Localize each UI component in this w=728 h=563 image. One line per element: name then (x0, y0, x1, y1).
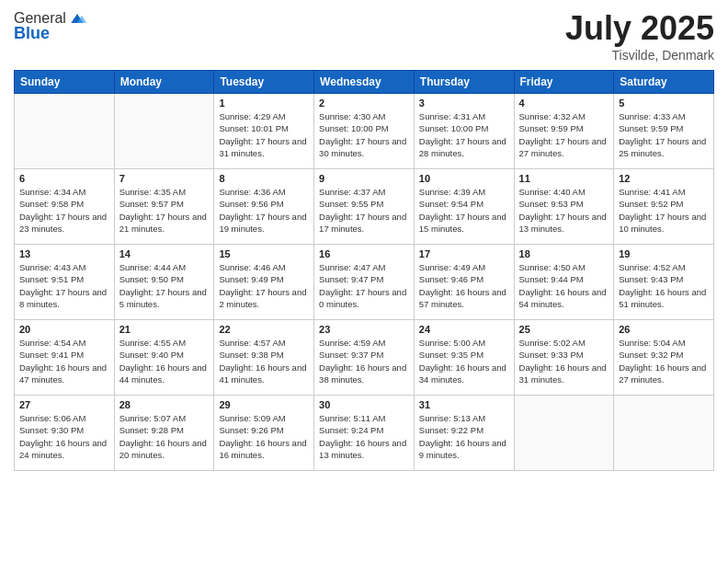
day-number: 3 (419, 98, 509, 109)
col-thursday: Thursday (414, 71, 514, 94)
day-info: Sunrise: 4:39 AMSunset: 9:54 PMDaylight:… (419, 186, 509, 235)
day-info: Sunrise: 4:40 AMSunset: 9:53 PMDaylight:… (519, 186, 609, 235)
day-info: Sunrise: 5:09 AMSunset: 9:26 PMDaylight:… (219, 412, 309, 461)
col-wednesday: Wednesday (314, 71, 415, 94)
day-number: 24 (419, 324, 509, 335)
calendar-cell: 3Sunrise: 4:31 AMSunset: 10:00 PMDayligh… (414, 94, 514, 169)
calendar-cell: 17Sunrise: 4:49 AMSunset: 9:46 PMDayligh… (414, 245, 514, 320)
day-number: 26 (619, 324, 709, 335)
day-number: 28 (119, 399, 210, 410)
calendar-cell (614, 396, 714, 471)
day-info: Sunrise: 4:44 AMSunset: 9:50 PMDaylight:… (119, 261, 210, 310)
calendar-cell (114, 94, 214, 169)
calendar-week-4: 20Sunrise: 4:54 AMSunset: 9:41 PMDayligh… (15, 320, 714, 396)
calendar-cell: 29Sunrise: 5:09 AMSunset: 9:26 PMDayligh… (214, 396, 314, 471)
day-info: Sunrise: 4:37 AMSunset: 9:55 PMDaylight:… (319, 186, 409, 235)
col-tuesday: Tuesday (214, 71, 314, 94)
day-number: 18 (519, 248, 609, 259)
day-number: 22 (219, 324, 309, 335)
calendar-cell (15, 94, 115, 169)
day-info: Sunrise: 5:00 AMSunset: 9:35 PMDaylight:… (419, 337, 509, 385)
day-info: Sunrise: 4:55 AMSunset: 9:40 PMDaylight:… (119, 337, 210, 385)
day-info: Sunrise: 4:57 AMSunset: 9:38 PMDaylight:… (219, 337, 309, 385)
calendar-week-3: 13Sunrise: 4:43 AMSunset: 9:51 PMDayligh… (15, 245, 714, 320)
calendar-cell: 28Sunrise: 5:07 AMSunset: 9:28 PMDayligh… (114, 396, 214, 471)
logo: General Blue (14, 9, 86, 43)
calendar: Sunday Monday Tuesday Wednesday Thursday… (14, 70, 714, 471)
day-info: Sunrise: 4:31 AMSunset: 10:00 PMDaylight… (419, 110, 509, 159)
calendar-cell: 2Sunrise: 4:30 AMSunset: 10:00 PMDayligh… (314, 94, 415, 169)
day-info: Sunrise: 4:50 AMSunset: 9:44 PMDaylight:… (519, 261, 609, 310)
calendar-cell: 7Sunrise: 4:35 AMSunset: 9:57 PMDaylight… (114, 169, 214, 245)
day-number: 9 (319, 173, 409, 184)
day-info: Sunrise: 4:34 AMSunset: 9:58 PMDaylight:… (19, 186, 109, 235)
day-number: 5 (619, 98, 709, 109)
calendar-cell: 22Sunrise: 4:57 AMSunset: 9:38 PMDayligh… (214, 320, 314, 396)
day-number: 2 (319, 98, 409, 109)
month-title: July 2025 (565, 9, 714, 48)
calendar-cell: 15Sunrise: 4:46 AMSunset: 9:49 PMDayligh… (214, 245, 314, 320)
day-number: 15 (219, 248, 309, 259)
page: General Blue July 2025 Tisvilde, Denmark… (0, 0, 728, 563)
day-number: 31 (419, 399, 509, 410)
calendar-cell: 12Sunrise: 4:41 AMSunset: 9:52 PMDayligh… (614, 169, 714, 245)
header: General Blue July 2025 Tisvilde, Denmark (14, 9, 714, 63)
day-number: 19 (619, 248, 709, 259)
day-number: 14 (119, 248, 210, 259)
day-number: 17 (419, 248, 509, 259)
day-info: Sunrise: 4:33 AMSunset: 9:59 PMDaylight:… (619, 110, 709, 159)
title-block: July 2025 Tisvilde, Denmark (565, 9, 714, 63)
calendar-cell: 20Sunrise: 4:54 AMSunset: 9:41 PMDayligh… (15, 320, 115, 396)
calendar-week-1: 1Sunrise: 4:29 AMSunset: 10:01 PMDayligh… (15, 94, 714, 169)
day-number: 12 (619, 173, 709, 184)
day-number: 4 (519, 98, 609, 109)
location: Tisvilde, Denmark (565, 48, 714, 63)
col-monday: Monday (114, 71, 214, 94)
day-info: Sunrise: 5:11 AMSunset: 9:24 PMDaylight:… (319, 412, 409, 461)
day-info: Sunrise: 5:07 AMSunset: 9:28 PMDaylight:… (119, 412, 210, 461)
day-number: 20 (19, 324, 109, 335)
col-sunday: Sunday (15, 71, 115, 94)
calendar-week-2: 6Sunrise: 4:34 AMSunset: 9:58 PMDaylight… (15, 169, 714, 245)
day-info: Sunrise: 5:13 AMSunset: 9:22 PMDaylight:… (419, 412, 509, 461)
calendar-cell: 31Sunrise: 5:13 AMSunset: 9:22 PMDayligh… (414, 396, 514, 471)
calendar-cell: 9Sunrise: 4:37 AMSunset: 9:55 PMDaylight… (314, 169, 415, 245)
day-number: 7 (119, 173, 210, 184)
day-info: Sunrise: 4:32 AMSunset: 9:59 PMDaylight:… (519, 110, 609, 159)
calendar-week-5: 27Sunrise: 5:06 AMSunset: 9:30 PMDayligh… (15, 396, 714, 471)
day-info: Sunrise: 4:46 AMSunset: 9:49 PMDaylight:… (219, 261, 309, 310)
day-info: Sunrise: 5:06 AMSunset: 9:30 PMDaylight:… (19, 412, 109, 461)
day-info: Sunrise: 4:36 AMSunset: 9:56 PMDaylight:… (219, 186, 309, 235)
day-info: Sunrise: 5:04 AMSunset: 9:32 PMDaylight:… (619, 337, 709, 385)
day-info: Sunrise: 5:02 AMSunset: 9:33 PMDaylight:… (519, 337, 609, 385)
col-friday: Friday (514, 71, 614, 94)
calendar-cell: 5Sunrise: 4:33 AMSunset: 9:59 PMDaylight… (614, 94, 714, 169)
day-number: 1 (219, 98, 309, 109)
day-number: 30 (319, 399, 409, 410)
day-number: 29 (219, 399, 309, 410)
day-number: 27 (19, 399, 109, 410)
day-info: Sunrise: 4:54 AMSunset: 9:41 PMDaylight:… (19, 337, 109, 385)
day-info: Sunrise: 4:59 AMSunset: 9:37 PMDaylight:… (319, 337, 409, 385)
calendar-cell: 26Sunrise: 5:04 AMSunset: 9:32 PMDayligh… (614, 320, 714, 396)
calendar-cell: 21Sunrise: 4:55 AMSunset: 9:40 PMDayligh… (114, 320, 214, 396)
day-number: 21 (119, 324, 210, 335)
day-info: Sunrise: 4:30 AMSunset: 10:00 PMDaylight… (319, 110, 409, 159)
calendar-cell: 14Sunrise: 4:44 AMSunset: 9:50 PMDayligh… (114, 245, 214, 320)
day-info: Sunrise: 4:29 AMSunset: 10:01 PMDaylight… (219, 110, 309, 159)
day-info: Sunrise: 4:43 AMSunset: 9:51 PMDaylight:… (19, 261, 109, 310)
calendar-cell: 8Sunrise: 4:36 AMSunset: 9:56 PMDaylight… (214, 169, 314, 245)
col-saturday: Saturday (614, 71, 714, 94)
day-number: 23 (319, 324, 409, 335)
calendar-cell: 4Sunrise: 4:32 AMSunset: 9:59 PMDaylight… (514, 94, 614, 169)
day-number: 6 (19, 173, 109, 184)
calendar-cell: 25Sunrise: 5:02 AMSunset: 9:33 PMDayligh… (514, 320, 614, 396)
day-info: Sunrise: 4:41 AMSunset: 9:52 PMDaylight:… (619, 186, 709, 235)
day-number: 10 (419, 173, 509, 184)
day-info: Sunrise: 4:52 AMSunset: 9:43 PMDaylight:… (619, 261, 709, 310)
day-info: Sunrise: 4:47 AMSunset: 9:47 PMDaylight:… (319, 261, 409, 310)
calendar-header-row: Sunday Monday Tuesday Wednesday Thursday… (15, 71, 714, 94)
calendar-cell (514, 396, 614, 471)
calendar-cell: 18Sunrise: 4:50 AMSunset: 9:44 PMDayligh… (514, 245, 614, 320)
logo-icon (68, 9, 86, 28)
